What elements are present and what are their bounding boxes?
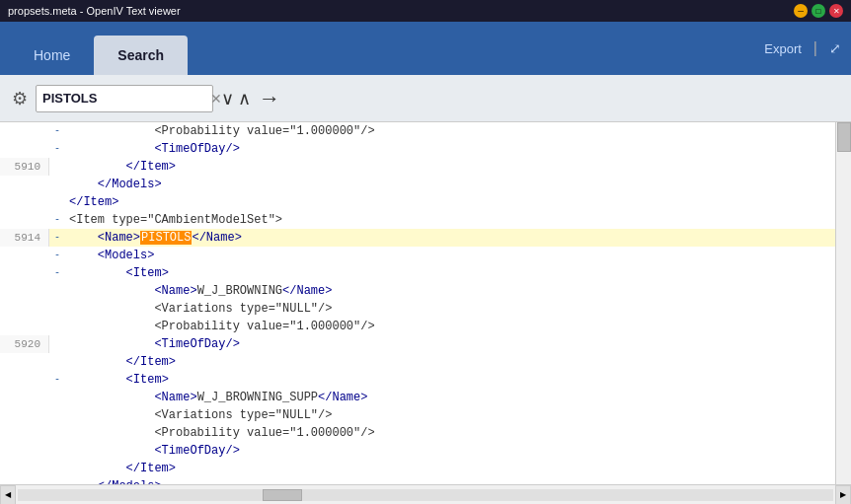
fold-indicator[interactable]: - [49,229,65,247]
title-bar: propsets.meta - OpenIV Text viewer ─ □ ✕ [0,0,851,22]
line-content: </Item> [65,158,176,176]
table-row: <Name>W_J_BROWNING</Name> [0,282,835,300]
window-title: propsets.meta - OpenIV Text viewer [8,5,181,17]
table-row: - <Item> [0,264,835,282]
table-row: <Probability value="1.000000"/> [0,424,835,442]
search-go-button[interactable]: → [259,86,280,111]
table-row: </Models> [0,477,835,484]
window-controls: ─ □ ✕ [794,4,843,18]
line-content: </Item> [65,353,176,371]
line-number: 5914 [0,229,49,247]
scrollbar-thumb[interactable] [837,122,851,152]
line-content: <Name>W_J_BROWNING_SUPP</Name> [65,389,367,406]
table-row: <Probability value="1.000000"/> [0,318,835,335]
fold-indicator[interactable]: - [49,211,65,229]
table-row: -<Item type="CAmbientModelSet"> [0,211,835,229]
line-content: <Name>PISTOLS</Name> [65,229,242,247]
table-row: <TimeOfDay/> [0,442,835,460]
main-content: - <Probability value="1.000000"/>- <Time… [0,122,851,484]
table-row: - <Probability value="1.000000"/> [0,122,835,140]
line-content: <Models> [65,247,154,264]
line-content: <Probability value="1.000000"/> [65,122,375,140]
line-content: <TimeOfDay/> [65,335,240,353]
search-next-button[interactable]: ∧ [238,88,251,109]
line-content: <Probability value="1.000000"/> [65,318,375,335]
search-input-container: ✕ [36,85,213,112]
table-row: <Name>W_J_BROWNING_SUPP</Name> [0,389,835,406]
table-row: <Variations type="NULL"/> [0,300,835,318]
scroll-left-button[interactable]: ◀ [0,485,16,505]
minimize-button[interactable]: ─ [794,4,808,18]
table-row: 5910 </Item> [0,158,835,176]
table-row: <Variations type="NULL"/> [0,406,835,424]
chevron-up-icon: ∧ [238,89,251,108]
line-content: <TimeOfDay/> [65,442,240,460]
tab-actions: Export | ⤢ [764,39,841,57]
fold-indicator[interactable]: - [49,247,65,264]
line-content: <Variations type="NULL"/> [65,300,332,318]
window-maximize-button[interactable]: ⤢ [829,40,841,56]
table-row: 5914- <Name>PISTOLS</Name> [0,229,835,247]
table-row: 5920 <TimeOfDay/> [0,335,835,353]
table-row: </Item> [0,460,835,477]
tab-divider: | [813,39,817,57]
fold-indicator[interactable]: - [49,371,65,389]
fold-indicator[interactable]: - [49,140,65,158]
table-row: </Models> [0,176,835,193]
table-row: - <Item> [0,371,835,389]
table-row: - <TimeOfDay/> [0,140,835,158]
line-content: <TimeOfDay/> [65,140,240,158]
chevron-down-icon: ∨ [221,89,234,108]
line-content: <Item> [65,371,169,389]
search-toolbar: ⚙ ✕ ∨ ∧ → [0,75,851,122]
tab-home-label: Home [34,47,70,63]
gear-icon: ⚙ [12,89,28,108]
search-prev-button[interactable]: ∨ [221,88,234,109]
table-row: </Item> [0,193,835,211]
fold-indicator[interactable]: - [49,122,65,140]
line-content: <Name>W_J_BROWNING</Name> [65,282,332,300]
line-content: <Item> [65,264,169,282]
line-content: </Item> [65,460,176,477]
line-content: <Probability value="1.000000"/> [65,424,375,442]
scroll-right-button[interactable]: ▶ [835,485,851,505]
line-content: </Item> [65,193,118,211]
line-number: 5910 [0,158,49,176]
line-content: </Models> [65,176,162,193]
export-button[interactable]: Export [764,41,802,56]
line-content: </Models> [65,477,162,484]
arrow-right-icon: → [259,86,280,110]
tab-home[interactable]: Home [10,36,94,75]
table-row: </Item> [0,353,835,371]
tab-search[interactable]: Search [94,36,188,75]
line-content: <Variations type="NULL"/> [65,406,332,424]
tab-bar: Home Search Export | ⤢ [0,22,851,75]
line-content: <Item type="CAmbientModelSet"> [65,211,282,229]
horizontal-scrollbar[interactable] [18,489,833,501]
search-input[interactable] [42,91,208,106]
line-number: 5920 [0,335,49,353]
code-lines-container: - <Probability value="1.000000"/>- <Time… [0,122,835,484]
close-button[interactable]: ✕ [829,4,843,18]
horizontal-scrollbar-thumb[interactable] [263,489,302,501]
search-nav-buttons: ∨ ∧ [221,88,251,109]
settings-button[interactable]: ⚙ [12,88,28,109]
fold-indicator[interactable]: - [49,264,65,282]
table-row: - <Models> [0,247,835,264]
maximize-button[interactable]: □ [812,4,825,18]
code-view: - <Probability value="1.000000"/>- <Time… [0,122,835,484]
tab-search-label: Search [117,47,164,63]
horizontal-scrollbar-bar: ◀ ▶ [0,484,851,504]
vertical-scrollbar[interactable] [835,122,851,484]
